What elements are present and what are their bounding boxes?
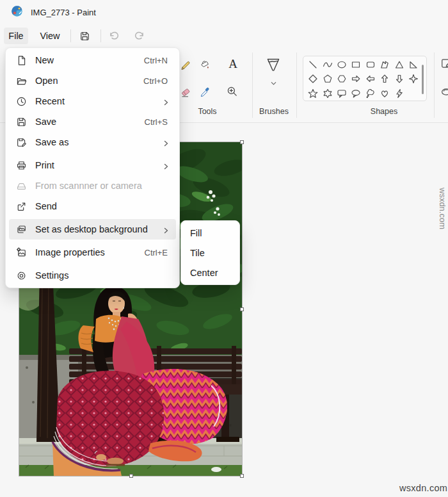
pencil-tool-button[interactable]: [178, 58, 193, 73]
ribbon-separator: [252, 53, 253, 118]
arrow-left-shape-icon[interactable]: [364, 72, 377, 85]
watermark-bottom: wsxdn.com: [399, 483, 447, 493]
diamond-shape-icon[interactable]: [307, 72, 319, 85]
five-point-star-shape-icon[interactable]: [307, 87, 319, 100]
tools-group-label: Tools: [189, 107, 225, 116]
chevron-right-icon: [162, 225, 170, 233]
submenu-item-tile[interactable]: Tile: [184, 243, 237, 263]
brushes-group-label: Brushes: [255, 107, 292, 116]
triangle-shape-icon[interactable]: [393, 58, 406, 71]
watermark-side: wsxdn.com: [438, 188, 447, 229]
desktop-background-submenu: Fill Tile Center: [180, 220, 240, 285]
fill-tool-button[interactable]: [198, 58, 213, 73]
menu-item-from-scanner[interactable]: From scannner or camera: [9, 175, 176, 196]
menu-item-open[interactable]: Open Ctrl+O: [9, 70, 176, 91]
shape-outline-icon[interactable]: [440, 56, 448, 70]
color-picker-tool-button[interactable]: [198, 85, 213, 100]
text-tool-A-glyph: A: [228, 57, 237, 71]
arrow-up-shape-icon[interactable]: [378, 72, 391, 85]
oval-callout-shape-icon[interactable]: [349, 87, 362, 100]
rectangle-shape-icon[interactable]: [349, 58, 362, 71]
scanner-icon: [16, 181, 27, 191]
text-tool-button[interactable]: A: [225, 56, 241, 72]
paint-logo-icon: [11, 5, 23, 17]
window-title: IMG_2773 - Paint: [31, 8, 96, 17]
submenu-item-fill[interactable]: Fill: [184, 223, 237, 243]
magnifier-tool-button[interactable]: [225, 84, 240, 99]
arrow-down-shape-icon[interactable]: [393, 72, 406, 85]
title-bar: IMG_2773 - Paint: [0, 0, 448, 26]
new-document-icon: [16, 55, 27, 66]
menubar-separator: [100, 29, 101, 42]
rounded-rectangle-shape-icon[interactable]: [364, 58, 377, 71]
brushes-chevron-down-icon[interactable]: [269, 79, 278, 87]
file-menu-panel: New Ctrl+N Open Ctrl+O Recent Save Ctrl+…: [5, 47, 180, 288]
redo-icon[interactable]: [132, 29, 146, 43]
undo-icon[interactable]: [107, 29, 121, 43]
view-menu-tab[interactable]: View: [36, 28, 64, 44]
selection-handle-bottom-right[interactable]: [240, 474, 244, 478]
desktop-background-icon: [16, 224, 27, 235]
cloud-callout-shape-icon[interactable]: [364, 87, 377, 100]
menu-item-set-as-desktop-background[interactable]: Set as desktop background: [9, 219, 176, 240]
arrow-right-shape-icon[interactable]: [349, 72, 362, 85]
clock-icon: [16, 96, 27, 107]
image-properties-icon: [16, 247, 27, 258]
shapes-grid: [306, 58, 421, 101]
lightning-shape-icon[interactable]: [393, 87, 406, 100]
polygon-shape-icon[interactable]: [378, 58, 391, 71]
printer-icon: [16, 160, 27, 171]
selection-handle-right[interactable]: [240, 307, 244, 311]
save-as-icon: [16, 137, 27, 148]
settings-gear-icon: [16, 270, 27, 281]
menu-bar: File View: [0, 26, 448, 46]
menu-item-print[interactable]: Print: [9, 155, 176, 175]
heart-shape-icon[interactable]: [378, 87, 391, 100]
right-triangle-shape-icon[interactable]: [407, 58, 420, 71]
six-point-star-shape-icon[interactable]: [321, 87, 334, 100]
rounded-callout-shape-icon[interactable]: [335, 87, 348, 100]
selection-handle-top-right[interactable]: [240, 140, 244, 144]
shape-fill-icon[interactable]: [440, 85, 448, 99]
menu-item-send[interactable]: Send: [9, 196, 176, 216]
brushes-button[interactable]: [264, 55, 282, 74]
menu-item-settings[interactable]: Settings: [9, 265, 176, 286]
submenu-item-center[interactable]: Center: [184, 263, 237, 282]
menu-item-new[interactable]: New Ctrl+N: [9, 50, 176, 70]
chevron-right-icon: [162, 97, 170, 105]
chevron-right-icon: [162, 161, 170, 169]
share-icon: [16, 201, 27, 212]
save-floppy-icon: [16, 117, 27, 127]
line-shape-icon[interactable]: [307, 58, 319, 71]
menu-item-save-as[interactable]: Save as: [9, 132, 176, 152]
menu-item-save[interactable]: Save Ctrl+S: [9, 111, 176, 132]
curve-shape-icon[interactable]: [321, 58, 334, 71]
oval-shape-icon[interactable]: [335, 58, 348, 71]
hexagon-shape-icon[interactable]: [335, 72, 348, 85]
file-menu-tab[interactable]: File: [4, 28, 28, 44]
open-folder-icon: [16, 76, 27, 86]
menu-item-recent[interactable]: Recent: [9, 91, 176, 111]
menubar-separator: [70, 29, 71, 42]
menu-item-image-properties[interactable]: Image properties Ctrl+E: [9, 242, 176, 263]
shapes-scrollbar[interactable]: [422, 65, 424, 94]
shapes-group-label: Shapes: [365, 107, 403, 116]
eraser-tool-button[interactable]: [178, 85, 193, 100]
chevron-right-icon: [162, 138, 170, 146]
selection-handle-bottom[interactable]: [129, 474, 133, 478]
shapes-gallery: [303, 56, 427, 101]
ribbon-separator: [296, 53, 297, 118]
save-icon[interactable]: [77, 29, 92, 43]
ribbon-separator: [434, 53, 435, 118]
four-point-star-shape-icon[interactable]: [407, 72, 420, 85]
pentagon-shape-icon[interactable]: [321, 72, 334, 85]
